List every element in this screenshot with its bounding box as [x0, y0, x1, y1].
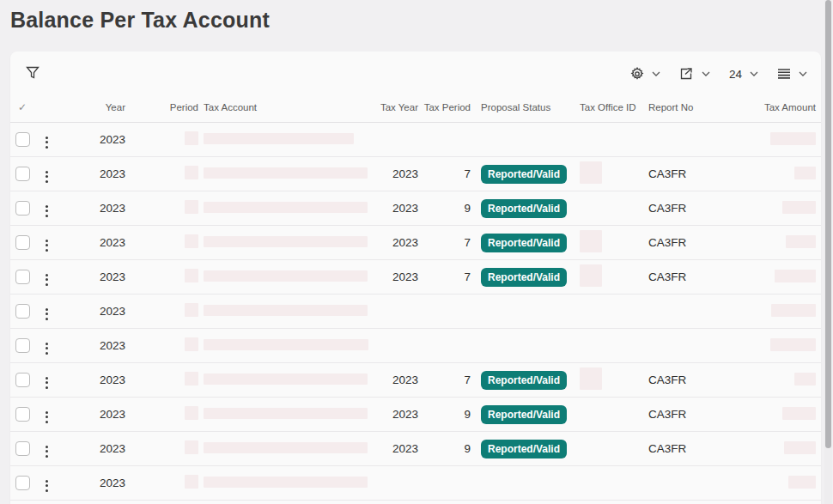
- row-menu-icon[interactable]: [41, 203, 52, 220]
- export-menu-button[interactable]: [679, 67, 710, 81]
- row-checkbox[interactable]: [15, 167, 30, 181]
- cell-period: [125, 166, 198, 182]
- settings-menu-button[interactable]: [630, 67, 660, 81]
- cell-year: 2023: [65, 373, 125, 386]
- cell-tax-account: [198, 408, 376, 422]
- status-badge: Reported/Valid: [481, 165, 567, 184]
- row-checkbox[interactable]: [15, 338, 30, 353]
- cell-select: [15, 441, 41, 456]
- redacted-tax-account-value: [204, 236, 368, 247]
- row-density-selector[interactable]: [777, 68, 807, 80]
- cell-tax-amount: [708, 476, 816, 491]
- cell-tax-office-id: [580, 367, 648, 392]
- cell-tax-period: 9: [418, 202, 471, 215]
- redacted-tax-account-value: [204, 133, 354, 144]
- row-menu-icon[interactable]: [41, 271, 52, 288]
- cell-report-no: CA3FR: [648, 167, 708, 180]
- cell-menu: [41, 266, 65, 288]
- redacted-tax-account-value: [204, 408, 368, 419]
- row-menu-icon[interactable]: [41, 134, 52, 151]
- column-header-proposal-status[interactable]: Proposal Status: [471, 102, 580, 112]
- table-header-row: ✓ Year Period Tax Account Tax Year Tax P…: [10, 93, 821, 123]
- page-size-selector[interactable]: 24: [729, 68, 758, 81]
- row-checkbox[interactable]: [15, 235, 30, 250]
- row-menu-icon[interactable]: [41, 306, 52, 323]
- table-row: 2023 2023 9 Reported/Valid CA3FR: [10, 398, 821, 432]
- table-row: 2023 2023 7 Reported/Valid CA3FR: [10, 157, 821, 191]
- column-header-report-no[interactable]: Report No: [648, 102, 708, 112]
- cell-report-no: CA3FR: [648, 442, 708, 455]
- check-icon: ✓: [15, 101, 27, 113]
- cell-select: [15, 132, 41, 147]
- cell-tax-amount: [708, 304, 816, 319]
- row-checkbox[interactable]: [15, 270, 30, 284]
- cell-menu: [41, 129, 65, 151]
- column-header-tax-office-id[interactable]: Tax Office ID: [580, 102, 648, 112]
- cell-report-no: CA3FR: [648, 270, 708, 283]
- page-header: Balance Per Tax Account: [0, 0, 833, 52]
- row-menu-icon[interactable]: [41, 443, 52, 460]
- cell-period: [125, 131, 198, 148]
- cell-period: [125, 475, 198, 491]
- column-header-tax-account[interactable]: Tax Account: [198, 102, 376, 112]
- select-all-header[interactable]: ✓: [15, 101, 41, 113]
- column-header-year[interactable]: Year: [65, 102, 125, 112]
- column-header-tax-year[interactable]: Tax Year: [376, 102, 418, 112]
- cell-menu: [41, 163, 65, 185]
- cell-tax-account: [198, 442, 376, 456]
- chevron-down-icon: [702, 71, 710, 76]
- cell-period: [125, 200, 198, 216]
- row-menu-icon[interactable]: [41, 374, 52, 392]
- cell-tax-account: [198, 167, 376, 181]
- cell-select: [15, 167, 41, 181]
- column-header-tax-amount[interactable]: Tax Amount: [708, 102, 816, 112]
- cell-tax-office-id: [580, 264, 648, 289]
- row-menu-icon[interactable]: [41, 168, 52, 185]
- column-header-tax-period[interactable]: Tax Period: [418, 102, 471, 112]
- cell-proposal-status: Reported/Valid: [471, 371, 580, 390]
- cell-year: 2023: [65, 305, 125, 318]
- cell-tax-amount: [708, 270, 816, 285]
- row-menu-icon[interactable]: [41, 477, 52, 495]
- cell-report-no: CA3FR: [648, 236, 708, 249]
- redacted-period-value: [185, 234, 198, 248]
- redacted-tax-amount-value: [770, 132, 816, 145]
- row-checkbox[interactable]: [15, 373, 30, 387]
- cell-tax-year: 2023: [376, 373, 418, 386]
- chevron-down-icon: [652, 71, 660, 76]
- cell-tax-period: 9: [418, 408, 471, 421]
- cell-tax-period: 9: [418, 442, 471, 455]
- row-menu-icon[interactable]: [41, 340, 52, 357]
- table-row: 2023: [10, 466, 821, 501]
- status-badge: Reported/Valid: [481, 199, 567, 218]
- redacted-tax-amount-value: [775, 270, 816, 282]
- redacted-tax-account-value: [204, 167, 368, 179]
- row-checkbox[interactable]: [15, 476, 30, 490]
- redacted-tax-amount-value: [786, 235, 816, 248]
- cell-menu: [41, 232, 65, 254]
- scrollbar-thumb[interactable]: [825, 0, 831, 448]
- row-checkbox[interactable]: [15, 407, 30, 422]
- cell-menu: [41, 472, 65, 495]
- redacted-tax-account-value: [204, 477, 368, 488]
- column-header-period[interactable]: Period: [125, 102, 198, 112]
- vertical-scrollbar[interactable]: [824, 0, 832, 504]
- row-checkbox[interactable]: [15, 201, 30, 216]
- redacted-period-value: [185, 269, 198, 282]
- cell-proposal-status: Reported/Valid: [471, 199, 580, 218]
- row-menu-icon[interactable]: [41, 409, 52, 426]
- cell-year: 2023: [65, 236, 125, 249]
- page-size-value: 24: [729, 68, 742, 81]
- chevron-down-icon: [799, 71, 807, 76]
- table-row: 2023: [10, 295, 821, 329]
- row-checkbox[interactable]: [15, 304, 30, 319]
- gear-icon: [630, 67, 644, 81]
- filter-icon[interactable]: [26, 65, 40, 80]
- cell-tax-year: 2023: [376, 167, 418, 180]
- cell-period: [125, 337, 198, 354]
- row-checkbox[interactable]: [15, 441, 30, 456]
- table-row: 2023 2023 7 Reported/Valid CA3FR: [10, 363, 821, 398]
- row-menu-icon[interactable]: [41, 237, 52, 254]
- redacted-period-value: [185, 372, 198, 386]
- row-checkbox[interactable]: [15, 132, 30, 147]
